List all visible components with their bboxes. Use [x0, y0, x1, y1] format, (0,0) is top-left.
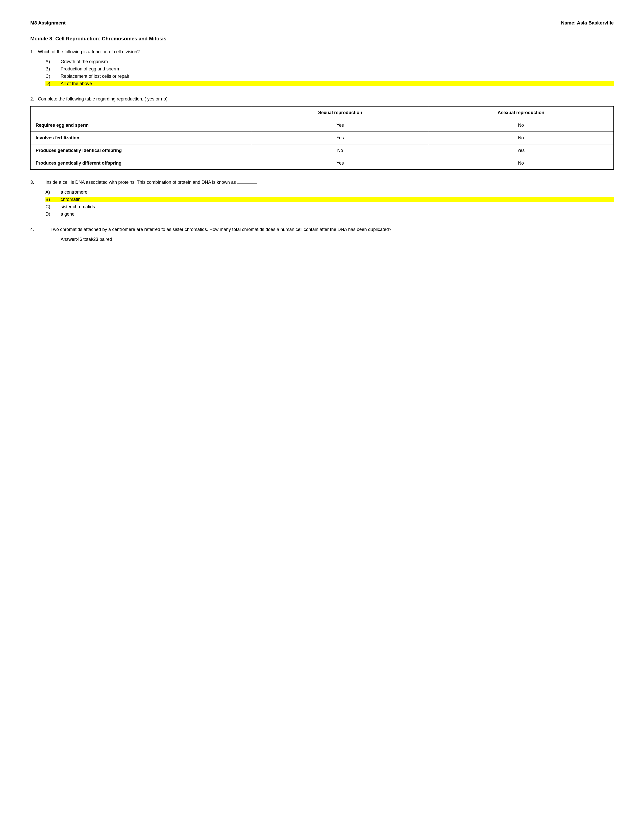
q1-text-c: Replacement of lost cells or repair: [61, 74, 614, 79]
q3-label-c: C): [45, 204, 61, 209]
question-2-text: 2. Complete the following table regardin…: [30, 96, 614, 102]
question-4: 4. Two chromatids attached by a centrome…: [30, 227, 614, 242]
table-row-3-asexual: Yes: [428, 145, 614, 157]
q3-label-a: A): [45, 190, 61, 195]
table-row-2-label: Involves fertilization: [31, 132, 252, 145]
question-4-text: 4. Two chromatids attached by a centrome…: [30, 227, 614, 232]
q3-body: Inside a cell is DNA associated with pro…: [45, 180, 259, 185]
q3-options: A) a centromere B) chromatin C) sister c…: [45, 190, 614, 217]
q1-body: Which of the following is a function of …: [38, 49, 140, 54]
q1-option-d: D) All of the above: [45, 81, 614, 86]
q3-option-c: C) sister chromatids: [45, 204, 614, 209]
q4-body: Two chromatids attached by a centromere …: [50, 227, 391, 232]
reproduction-table: Sexual reproduction Asexual reproduction…: [30, 106, 614, 170]
table-row-2: Involves fertilization Yes No: [31, 132, 614, 145]
q1-text-b: Production of egg and sperm: [61, 66, 614, 72]
table-row-4: Produces genetically different offspring…: [31, 157, 614, 170]
table-row-3-sexual: No: [252, 145, 428, 157]
table-header-asexual: Asexual reproduction: [428, 106, 614, 119]
q1-option-c: C) Replacement of lost cells or repair: [45, 74, 614, 79]
q2-number: 2.: [30, 96, 37, 101]
module-title: Module 8: Cell Reproduction: Chromosomes…: [30, 36, 614, 42]
q1-options: A) Growth of the organism B) Production …: [45, 59, 614, 86]
q1-label-d: D): [45, 81, 61, 86]
q1-option-b: B) Production of egg and sperm: [45, 66, 614, 72]
q3-option-b: B) chromatin: [45, 197, 614, 202]
q3-option-a: A) a centromere: [45, 190, 614, 195]
q2-body: Complete the following table regarding r…: [38, 96, 167, 101]
table-row-4-asexual: No: [428, 157, 614, 170]
question-1-text: 1. Which of the following is a function …: [30, 49, 614, 55]
assignment-label: M8 Assignment: [30, 20, 66, 26]
table-row-4-label: Produces genetically different offspring: [31, 157, 252, 170]
q3-label-d: D): [45, 212, 61, 217]
table-row-3-label: Produces genetically identical offspring: [31, 145, 252, 157]
table-row-1: Requires egg and sperm Yes No: [31, 119, 614, 132]
table-row-1-sexual: Yes: [252, 119, 428, 132]
q3-label-b: B): [45, 197, 61, 202]
question-1: 1. Which of the following is a function …: [30, 49, 614, 86]
q1-label-c: C): [45, 74, 61, 79]
q4-answer: Answer:46 total/23 paired: [61, 237, 614, 242]
q3-option-d: D) a gene: [45, 212, 614, 217]
table-row-1-asexual: No: [428, 119, 614, 132]
q3-text-d: a gene: [61, 212, 614, 217]
q4-number: 4.: [30, 227, 45, 232]
q1-option-a: A) Growth of the organism: [45, 59, 614, 64]
q1-number: 1.: [30, 49, 37, 54]
table-row-4-sexual: Yes: [252, 157, 428, 170]
question-2: 2. Complete the following table regardin…: [30, 96, 614, 170]
header: M8 Assignment Name: Asia Baskerville: [30, 20, 614, 26]
q1-text-a: Growth of the organism: [61, 59, 614, 64]
q3-text-a: a centromere: [61, 190, 614, 195]
q3-text-c: sister chromatids: [61, 204, 614, 209]
table-row-2-sexual: Yes: [252, 132, 428, 145]
q1-label-a: A): [45, 59, 61, 64]
student-name: Name: Asia Baskerville: [561, 20, 614, 26]
q1-text-d: All of the above: [61, 81, 614, 86]
table-row-2-asexual: No: [428, 132, 614, 145]
q3-number: 3.: [30, 180, 44, 185]
question-3: 3. Inside a cell is DNA associated with …: [30, 180, 614, 217]
question-3-text: 3. Inside a cell is DNA associated with …: [30, 180, 614, 185]
table-header-sexual: Sexual reproduction: [252, 106, 428, 119]
table-row-1-label: Requires egg and sperm: [31, 119, 252, 132]
table-header-empty: [31, 106, 252, 119]
table-row-3: Produces genetically identical offspring…: [31, 145, 614, 157]
q3-text-b: chromatin: [61, 197, 614, 202]
q1-label-b: B): [45, 66, 61, 72]
